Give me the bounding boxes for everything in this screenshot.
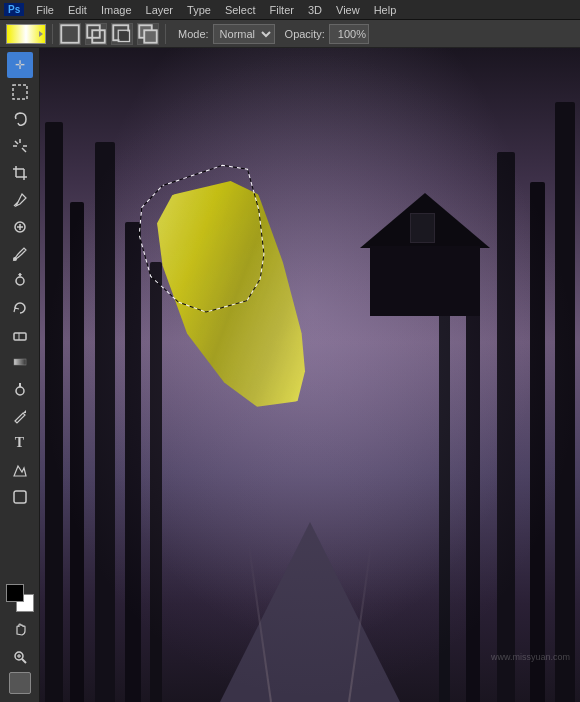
tree-1: [45, 122, 63, 702]
tool-hand[interactable]: [7, 616, 33, 642]
tool-eraser[interactable]: [7, 322, 33, 348]
canvas-area[interactable]: www.missyuan.com: [40, 48, 580, 702]
svg-point-22: [13, 257, 17, 261]
tool-pen[interactable]: [7, 403, 33, 429]
separator-2: [165, 24, 166, 44]
svg-line-13: [22, 148, 26, 152]
menu-help[interactable]: Help: [368, 3, 403, 17]
tree-6: [555, 102, 575, 702]
top-toolbar: Mode: Normal Opacity:: [0, 20, 580, 48]
menu-select[interactable]: Select: [219, 3, 262, 17]
svg-rect-30: [14, 491, 26, 503]
svg-rect-1: [87, 25, 100, 38]
mode-dropdown[interactable]: Normal: [213, 24, 275, 44]
tool-history-brush[interactable]: [7, 295, 33, 321]
menu-image[interactable]: Image: [95, 3, 138, 17]
menu-filter[interactable]: Filter: [263, 3, 299, 17]
ps-logo: Ps: [4, 3, 24, 16]
path-way: [220, 522, 400, 702]
left-toolbar: ✛: [0, 48, 40, 702]
canvas-image: www.missyuan.com: [40, 48, 580, 702]
tool-magic-wand[interactable]: [7, 133, 33, 159]
main-area: ✛: [0, 48, 580, 702]
svg-rect-25: [14, 333, 26, 340]
subtract-selection-btn[interactable]: [111, 23, 133, 45]
tree-10: [439, 302, 450, 702]
tool-crop[interactable]: [7, 160, 33, 186]
tool-move[interactable]: ✛: [7, 52, 33, 78]
gradient-swatch[interactable]: [6, 24, 46, 44]
tool-dodge[interactable]: [7, 376, 33, 402]
tool-gradient[interactable]: [7, 349, 33, 375]
tool-clone[interactable]: [7, 268, 33, 294]
new-layer-btn[interactable]: [59, 23, 81, 45]
tree-8: [497, 152, 515, 702]
tree-2: [70, 202, 84, 702]
svg-rect-0: [61, 25, 79, 43]
color-boxes: [6, 584, 34, 698]
tool-lasso[interactable]: [7, 106, 33, 132]
menu-layer[interactable]: Layer: [140, 3, 180, 17]
add-to-selection-btn[interactable]: [85, 23, 107, 45]
opacity-input[interactable]: [329, 24, 369, 44]
svg-rect-8: [13, 85, 27, 99]
house-container: [370, 193, 490, 316]
svg-marker-4: [120, 31, 130, 41]
svg-line-32: [22, 659, 26, 663]
separator-1: [52, 24, 53, 44]
house-body: [370, 246, 480, 316]
menu-bar: Ps File Edit Image Layer Type Select Fil…: [0, 0, 580, 20]
opacity-label: Opacity:: [285, 28, 325, 40]
intersect-selection-btn[interactable]: [137, 23, 159, 45]
tool-eyedropper[interactable]: [7, 187, 33, 213]
menu-edit[interactable]: Edit: [62, 3, 93, 17]
svg-point-28: [16, 387, 24, 395]
menu-file[interactable]: File: [30, 3, 60, 17]
tree-7: [530, 182, 545, 702]
menu-view[interactable]: View: [330, 3, 366, 17]
house-window: [410, 213, 435, 243]
tool-heal[interactable]: [7, 214, 33, 240]
svg-line-12: [15, 141, 18, 144]
tool-type[interactable]: T: [7, 430, 33, 456]
svg-point-23: [16, 277, 24, 285]
tree-4: [125, 222, 141, 702]
menu-type[interactable]: Type: [181, 3, 217, 17]
quick-mask-button[interactable]: [9, 672, 31, 694]
tree-5: [150, 262, 162, 702]
tool-marquee[interactable]: [7, 79, 33, 105]
tool-shape[interactable]: [7, 484, 33, 510]
mode-label: Mode:: [178, 28, 209, 40]
menu-3d[interactable]: 3D: [302, 3, 328, 17]
fg-color-swatch[interactable]: [6, 584, 24, 602]
svg-rect-2: [92, 30, 105, 43]
tool-brush[interactable]: [7, 241, 33, 267]
tool-zoom[interactable]: [7, 644, 33, 670]
fg-bg-colors[interactable]: [6, 584, 34, 612]
svg-rect-7: [144, 30, 157, 43]
svg-rect-27: [14, 359, 26, 365]
tool-path-select[interactable]: [7, 457, 33, 483]
tree-3: [95, 142, 115, 702]
